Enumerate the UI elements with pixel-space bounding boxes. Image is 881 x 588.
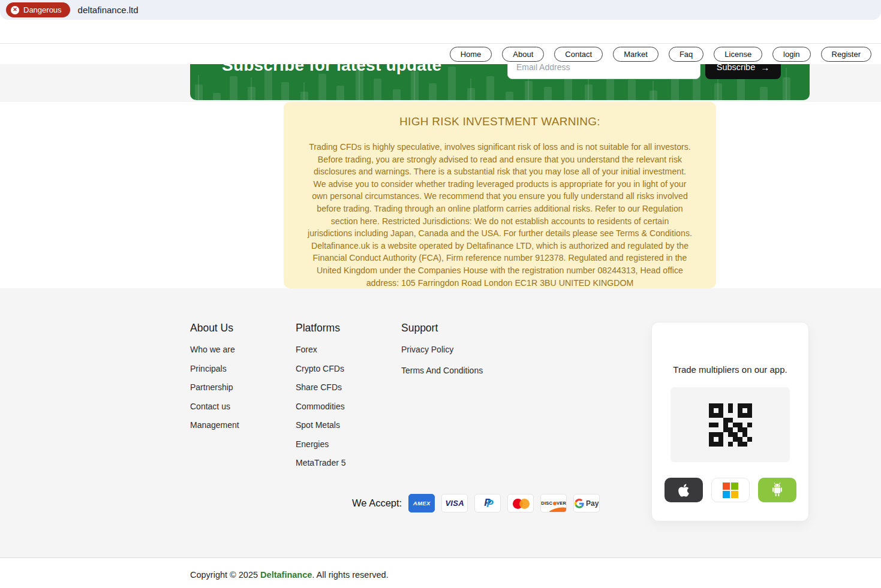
paypal-icon: P P bbox=[474, 494, 501, 512]
page: ✕ Dangerous deltafinance.ltd Home About … bbox=[0, 0, 881, 588]
discover-o-dot bbox=[553, 502, 557, 505]
nav-about-button[interactable]: About bbox=[502, 47, 544, 62]
amex-icon: AMEX bbox=[408, 494, 435, 512]
footer-about-title: About Us bbox=[190, 322, 239, 334]
footer-column-about: About Us Who we are Principals Partnersh… bbox=[190, 322, 239, 439]
risk-warning-box: HIGH RISK INVESTMENT WARNING: Trading CF… bbox=[284, 102, 716, 288]
brand-name: Deltafinance bbox=[260, 570, 312, 580]
copyright-bar: Copyright © 2025 Deltafinance. All right… bbox=[0, 557, 881, 588]
app-card-title: Trade multipliers on our app. bbox=[652, 364, 808, 375]
link-contact-us[interactable]: Contact us bbox=[190, 402, 239, 411]
dangerous-badge[interactable]: ✕ Dangerous bbox=[6, 2, 70, 17]
android-icon bbox=[769, 482, 785, 498]
nav-market-button[interactable]: Market bbox=[613, 47, 659, 62]
risk-warning-body: Trading CFDs is highly speculative, invo… bbox=[308, 141, 692, 289]
link-spot-metals[interactable]: Spot Metals bbox=[296, 420, 346, 430]
microsoft-store-button[interactable] bbox=[711, 478, 750, 502]
discover-text-right: VER bbox=[557, 500, 566, 506]
google-g-icon bbox=[575, 499, 584, 508]
apple-icon bbox=[678, 483, 690, 497]
link-commodities[interactable]: Commodities bbox=[296, 402, 346, 411]
gpay-text: Pay bbox=[586, 499, 599, 508]
footer-support-title: Support bbox=[401, 322, 483, 334]
qr-code bbox=[709, 403, 752, 447]
link-management[interactable]: Management bbox=[190, 420, 239, 430]
store-buttons-row bbox=[652, 478, 808, 502]
link-who-we-are[interactable]: Who we are bbox=[190, 345, 239, 354]
link-privacy-policy[interactable]: Privacy Policy bbox=[401, 345, 483, 354]
nav-faq-button[interactable]: Faq bbox=[669, 47, 703, 62]
apple-store-button[interactable] bbox=[664, 478, 703, 502]
nav-login-button[interactable]: login bbox=[772, 47, 810, 62]
footer-platforms-title: Platforms bbox=[296, 322, 346, 334]
link-crypto-cfds[interactable]: Crypto CFDs bbox=[296, 364, 346, 373]
discover-swoosh bbox=[548, 506, 567, 512]
link-terms-and-conditions[interactable]: Terms And Conditions bbox=[401, 366, 483, 375]
footer-column-support: Support Privacy Policy Terms And Conditi… bbox=[401, 322, 483, 387]
payments-row: We Accept: AMEX VISA P P DISC VER bbox=[352, 494, 606, 512]
dangerous-badge-label: Dangerous bbox=[23, 5, 62, 14]
link-share-cfds[interactable]: Share CFDs bbox=[296, 382, 346, 392]
link-metatrader-5[interactable]: MetaTrader 5 bbox=[296, 458, 346, 468]
danger-circle-x-icon: ✕ bbox=[11, 6, 19, 14]
we-accept-label: We Accept: bbox=[352, 497, 402, 509]
link-principals[interactable]: Principals bbox=[190, 364, 239, 373]
browser-url-bar: ✕ Dangerous deltafinance.ltd bbox=[0, 0, 881, 20]
nav-contact-button[interactable]: Contact bbox=[554, 47, 603, 62]
android-store-button[interactable] bbox=[758, 478, 796, 502]
nav-register-button[interactable]: Register bbox=[821, 47, 871, 62]
discover-icon: DISC VER bbox=[540, 494, 567, 512]
visa-text: VISA bbox=[445, 499, 464, 508]
url-text[interactable]: deltafinance.ltd bbox=[78, 5, 139, 15]
nav-license-button[interactable]: License bbox=[714, 47, 762, 62]
risk-warning-title: HIGH RISK INVESTMENT WARNING: bbox=[308, 115, 692, 128]
gpay-icon: Pay bbox=[573, 494, 600, 512]
qr-code-panel bbox=[670, 387, 790, 462]
microsoft-icon bbox=[723, 483, 738, 498]
copyright-text: Copyright © 2025 Deltafinance. All right… bbox=[190, 570, 389, 580]
link-forex[interactable]: Forex bbox=[296, 345, 346, 354]
navbar: Home About Contact Market Faq License lo… bbox=[0, 43, 881, 64]
app-download-card: Trade multipliers on our app. bbox=[651, 322, 809, 521]
footer: About Us Who we are Principals Partnersh… bbox=[0, 288, 881, 557]
link-energies[interactable]: Energies bbox=[296, 439, 346, 449]
discover-text-left: DISC bbox=[541, 500, 552, 506]
mastercard-icon bbox=[507, 494, 534, 512]
nav-home-button[interactable]: Home bbox=[450, 47, 492, 62]
footer-column-platforms: Platforms Forex Crypto CFDs Share CFDs C… bbox=[296, 322, 346, 477]
visa-icon: VISA bbox=[441, 494, 468, 512]
amex-text: AMEX bbox=[413, 500, 431, 506]
link-partnership[interactable]: Partnership bbox=[190, 382, 239, 392]
